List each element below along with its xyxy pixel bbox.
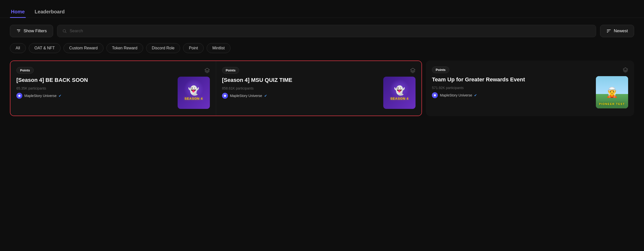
card-0-author-logo [16,93,22,99]
card-1-title: [Season 4] MSU QUIZ TIME [222,77,380,84]
card-2-author: MapleStory Universe ✔ [432,92,593,98]
search-input[interactable] [70,28,591,34]
card-1-author: MapleStory Universe ✔ [222,93,380,99]
card-0-participants: 65.35K participants [16,86,175,90]
svg-marker-13 [224,94,226,97]
filter-tag-token-reward[interactable]: Token Reward [106,43,143,53]
show-filters-button[interactable]: Show Filters [10,25,53,37]
sort-label: Newest [614,28,628,34]
filter-tag-all[interactable]: All [10,43,26,53]
card-0-body: [Season 4] BE BACK SOON 65.35K participa… [16,77,210,110]
show-filters-label: Show Filters [24,28,47,34]
card-1-badge: Points [222,67,240,74]
card-0-title: [Season 4] BE BACK SOON [16,77,175,84]
filter-tag-oat-nft[interactable]: OAT & NFT [29,43,60,53]
card-1-info: [Season 4] MSU QUIZ TIME 858.61K partici… [222,77,380,99]
card-2-info: Team Up for Greater Rewards Event 571.92… [432,76,593,98]
svg-marker-14 [623,68,628,70]
card-2-layers-icon [623,67,628,73]
card-2[interactable]: Points Team Up for Greater Rewards Event… [426,60,634,116]
svg-marker-11 [18,94,21,97]
card-1-participants: 858.61K participants [222,86,380,90]
filter-tag-custom-reward[interactable]: Custom Reward [64,43,104,53]
cards-grid: Points [Season 4] BE BACK SOON 65.35K pa… [0,58,644,126]
card-0-info: [Season 4] BE BACK SOON 65.35K participa… [16,77,175,99]
card-1-header: Points [222,67,416,74]
svg-marker-10 [205,68,209,71]
nav-item-home[interactable]: Home [10,6,26,18]
search-icon [62,29,67,33]
main-nav: Home Leaderboard [0,0,644,18]
card-0-verified-icon: ✔ [58,94,62,98]
filter-tag-discord-role[interactable]: Discord Role [146,43,180,53]
card-2-header: Points [432,66,628,73]
card-2-badge: Points [432,66,449,73]
card-2-body: Team Up for Greater Rewards Event 571.92… [432,76,628,110]
card-1[interactable]: Points [Season 4] MSU QUIZ TIME 858.61K … [216,61,422,116]
filter-tag-point[interactable]: Point [183,43,204,53]
card-2-title: Team Up for Greater Rewards Event [432,76,593,83]
sort-icon [606,28,611,34]
card-0-badge: Points [16,67,34,74]
svg-marker-15 [434,94,436,96]
svg-point-3 [17,30,18,30]
svg-line-6 [65,32,66,33]
svg-point-4 [19,31,20,32]
pioneer-character: 🧝 [606,86,618,98]
card-1-layers-icon [410,68,416,73]
card-0-image: 👻 Season 4 [178,77,210,109]
pioneer-label: PIONEER TEST [596,102,628,106]
card-0-author: MapleStory Universe ✔ [16,93,175,99]
filter-tags-row: All OAT & NFT Custom Reward Token Reward… [0,41,644,58]
card-2-image: 🧝 PIONEER TEST [596,76,628,108]
card-2-author-logo [432,92,438,98]
highlighted-cards-wrapper: Points [Season 4] BE BACK SOON 65.35K pa… [10,60,422,116]
card-0-author-name: MapleStory Universe [24,94,56,98]
card-1-body: [Season 4] MSU QUIZ TIME 858.61K partici… [222,77,416,110]
svg-marker-12 [410,68,415,71]
filter-tag-mintlist[interactable]: Mintlist [207,43,230,53]
card-2-verified-icon: ✔ [474,93,477,97]
card-0-layers-icon [204,68,210,73]
card-0-header: Points [16,67,210,74]
card-1-image: 👻 Season 4 [383,77,416,109]
card-2-author-name: MapleStory Universe [440,93,472,97]
card-0[interactable]: Points [Season 4] BE BACK SOON 65.35K pa… [10,61,216,116]
svg-point-5 [63,30,66,32]
card-0-season-label: Season 4 [184,97,203,100]
filter-icon [16,28,21,34]
card-1-ghost-emoji: 👻 [394,85,405,96]
toolbar: Show Filters Newest [0,18,644,41]
card-1-author-name: MapleStory Universe [230,94,262,98]
card-1-author-logo [222,93,228,99]
card-1-season-label: Season 4 [390,97,408,100]
sort-button[interactable]: Newest [600,25,634,37]
card-1-verified-icon: ✔ [264,94,267,98]
card-2-participants: 571.92K participants [432,86,593,90]
nav-item-leaderboard[interactable]: Leaderboard [34,6,66,18]
search-bar [57,25,596,37]
card-0-ghost-emoji: 👻 [188,85,199,96]
